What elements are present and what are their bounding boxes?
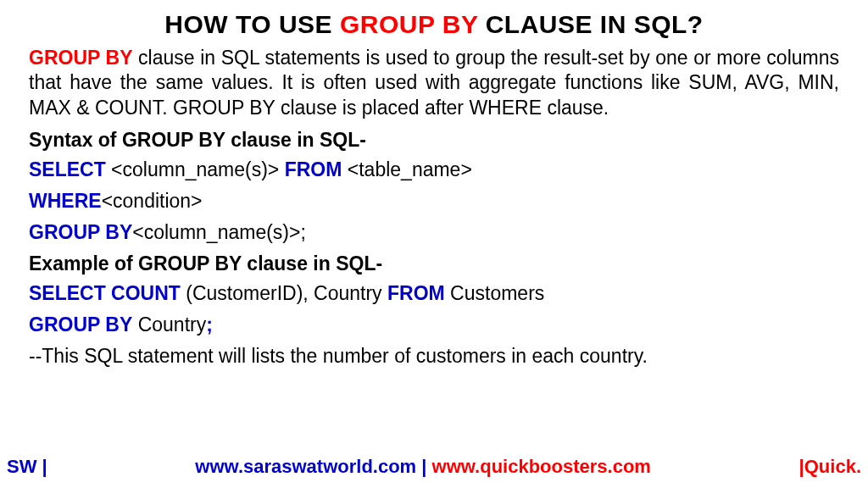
syntax-heading: Syntax of GROUP BY clause in SQL- [29, 129, 839, 152]
title-highlight: GROUP BY [340, 10, 478, 38]
example-comment: --This SQL statement will lists the numb… [29, 345, 839, 368]
footer-sep: | [416, 456, 431, 477]
syntax-line-1: SELECT <column_name(s)> FROM <table_name… [29, 158, 839, 181]
example-line-2: GROUP BY Country; [29, 313, 839, 336]
keyword-from: FROM [285, 158, 342, 180]
keyword-select: SELECT [29, 158, 106, 180]
footer-center: www.saraswatworld.com | www.quickbooster… [47, 456, 799, 478]
page-title: HOW TO USE GROUP BY CLAUSE IN SQL? [29, 10, 839, 39]
keyword-from-2: FROM [387, 282, 445, 304]
intro-lead: GROUP BY [29, 47, 133, 69]
keyword-groupby-2: GROUP BY [29, 313, 132, 336]
keyword-groupby: GROUP BY [29, 221, 132, 243]
syntax-l1-t1: <column_name(s)> [106, 158, 285, 180]
syntax-l3-t1: <column_name(s)>; [132, 221, 306, 243]
footer-left: SW | [7, 456, 47, 478]
example-l1-t2: Customers [445, 282, 545, 304]
syntax-line-2: WHERE<condition> [29, 190, 839, 213]
example-l2-t1: Country [132, 313, 206, 336]
intro-rest: clause in SQL statements is used to grou… [29, 47, 839, 119]
syntax-line-3: GROUP BY<column_name(s)>; [29, 221, 839, 244]
footer-site2: www.quickboosters.com [432, 456, 651, 477]
keyword-select-count: SELECT COUNT [29, 282, 181, 304]
footer-right: |Quick. [799, 456, 861, 478]
title-pre: HOW TO USE [164, 10, 340, 38]
keyword-where: WHERE [29, 190, 102, 212]
title-post: CLAUSE IN SQL? [478, 10, 704, 38]
example-l1-t1: (CustomerID), Country [181, 282, 387, 304]
footer: SW | www.saraswatworld.com | www.quickbo… [0, 456, 868, 478]
example-heading: Example of GROUP BY clause in SQL- [29, 252, 839, 275]
semicolon: ; [206, 313, 213, 336]
syntax-l2-t1: <condition> [102, 190, 203, 212]
syntax-l1-t2: <table_name> [342, 158, 471, 180]
intro-paragraph: GROUP BY clause in SQL statements is use… [29, 46, 839, 120]
footer-site1: www.saraswatworld.com [195, 456, 416, 477]
example-line-1: SELECT COUNT (CustomerID), Country FROM … [29, 282, 839, 305]
